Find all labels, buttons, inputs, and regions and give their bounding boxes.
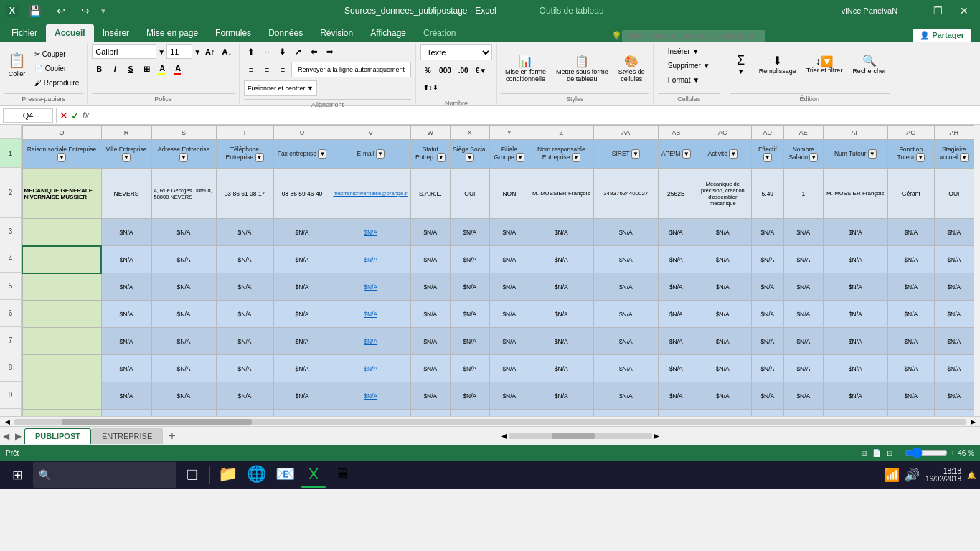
- tab-formules[interactable]: Formules: [207, 24, 260, 42]
- font-color-btn[interactable]: A: [171, 62, 185, 76]
- cell-ag-4[interactable]: $N/A: [887, 246, 934, 273]
- cell-ah-3[interactable]: $N/A: [934, 219, 974, 246]
- cell-u-4[interactable]: $N/A: [273, 246, 331, 273]
- filter-siret-btn[interactable]: ▼: [631, 149, 640, 159]
- align-right-btn[interactable]: ≡: [275, 62, 290, 77]
- cell-ag-3[interactable]: $N/A: [887, 219, 934, 246]
- cell-v-4[interactable]: $N/A: [331, 246, 410, 273]
- wrap-text-btn[interactable]: Renvoyer à la ligne automatiquement: [291, 62, 411, 77]
- undo-btn[interactable]: ↩: [51, 4, 71, 18]
- copier-btn[interactable]: 📄 Copier: [31, 62, 83, 75]
- percent-btn[interactable]: %: [420, 63, 435, 77]
- zoom-slider[interactable]: [905, 447, 948, 458]
- restore-btn[interactable]: ❐: [928, 4, 948, 18]
- add-sheet-btn[interactable]: +: [163, 430, 181, 443]
- tab-inserer[interactable]: Insérer: [94, 24, 138, 42]
- font-name-input[interactable]: [92, 44, 156, 59]
- scroll-track-h[interactable]: [14, 419, 966, 425]
- cell-styles-btn[interactable]: 🎨 Styles de cellules: [615, 49, 649, 88]
- decimal-btn[interactable]: .00: [456, 63, 471, 77]
- format-more-btn[interactable]: ⬆↕⬇: [420, 80, 441, 95]
- reproduire-btn[interactable]: 🖌 Reproduire: [31, 76, 83, 89]
- cell-t-3[interactable]: $N/A: [216, 219, 273, 246]
- insert-btn[interactable]: Insérer ▼: [664, 44, 703, 57]
- cell-activite-1[interactable]: Mécanique de précision, création d'assem…: [694, 169, 751, 219]
- search-taskbar-btn[interactable]: 🔍: [33, 462, 176, 488]
- cell-filiale-1[interactable]: NON: [489, 169, 529, 219]
- table-format-btn[interactable]: 📋 Mettre sous forme de tableau: [552, 49, 612, 88]
- cell-adresse-1[interactable]: 4, Rue Georges Dufaud, 58000 NEVERS: [151, 169, 216, 219]
- cell-effectif-1[interactable]: 5.49: [751, 169, 783, 219]
- insert-function-icon[interactable]: fx: [83, 110, 89, 121]
- cell-resp-1[interactable]: M. MUSSIER François: [529, 169, 593, 219]
- cell-ae-3[interactable]: $N/A: [783, 219, 823, 246]
- cell-statut-1[interactable]: S.A.R.L.: [410, 169, 450, 219]
- excel-taskbar-btn[interactable]: X: [301, 462, 326, 488]
- align-center-btn[interactable]: ≡: [260, 62, 274, 77]
- border-btn[interactable]: ⊞: [139, 62, 154, 76]
- filter-ville-btn[interactable]: ▼: [122, 153, 131, 162]
- tab-fichier[interactable]: Fichier: [3, 24, 46, 42]
- sheet-tab-publipost[interactable]: PUBLIPOST: [24, 428, 91, 444]
- scroll-thumb-bottom[interactable]: [552, 433, 595, 439]
- cell-ville-1[interactable]: NEVERS: [101, 169, 151, 219]
- start-button[interactable]: ⊞: [4, 462, 30, 488]
- italic-btn[interactable]: I: [108, 62, 122, 76]
- sheet-tab-entreprise[interactable]: ENTREPRISE: [91, 428, 163, 444]
- fill-color-btn[interactable]: A: [155, 62, 169, 76]
- filter-tuteur-btn[interactable]: ▼: [868, 149, 877, 159]
- cell-t-4[interactable]: $N/A: [216, 246, 273, 273]
- tab-revision[interactable]: Révision: [311, 24, 362, 42]
- ribbon-search[interactable]: [622, 30, 765, 42]
- redo-btn[interactable]: ↪: [75, 4, 95, 18]
- close-btn[interactable]: ✕: [954, 4, 974, 18]
- cell-r-3[interactable]: $N/A: [101, 219, 151, 246]
- cell-reference-box[interactable]: Q4: [3, 108, 53, 123]
- filter-statut-btn[interactable]: ▼: [437, 153, 446, 162]
- filter-effectif-btn[interactable]: ▼: [763, 153, 772, 162]
- filter-activite-btn[interactable]: ▼: [729, 149, 738, 159]
- filter-filiale-btn[interactable]: ▼: [516, 153, 524, 162]
- bold-btn[interactable]: B: [92, 62, 106, 76]
- cell-q-10[interactable]: [22, 410, 101, 417]
- filter-fonction-btn[interactable]: ▼: [916, 153, 925, 162]
- table-wrapper[interactable]: Q R S T U V W X Y Z AA AB AC AD: [22, 125, 980, 416]
- other-taskbar-btn[interactable]: 🖥: [329, 462, 355, 488]
- cell-ac-3[interactable]: $N/A: [694, 219, 751, 246]
- cell-siret-1[interactable]: 34837624400027: [593, 169, 658, 219]
- zoom-out-btn[interactable]: −: [898, 449, 903, 457]
- tab-accueil[interactable]: Accueil: [46, 24, 94, 42]
- cell-s-4[interactable]: $N/A: [151, 246, 216, 273]
- orientation-btn[interactable]: ↗: [291, 44, 306, 59]
- align-top-btn[interactable]: ⬆: [244, 44, 258, 59]
- task-view-taskbar-btn[interactable]: ❑: [179, 462, 205, 488]
- sheet-nav-left[interactable]: ◀: [0, 431, 12, 441]
- cell-ape-1[interactable]: 2562B: [658, 169, 694, 219]
- cell-q-4[interactable]: [22, 246, 101, 273]
- sort-filter-btn[interactable]: ↕🔽 Trier et filtrer: [803, 44, 847, 84]
- filter-raison-btn[interactable]: ▼: [57, 153, 66, 162]
- cell-fax-1[interactable]: 03 86 59 46 40: [273, 169, 331, 219]
- font-size-input[interactable]: [166, 44, 192, 59]
- share-button[interactable]: 👤 Partager: [913, 29, 971, 42]
- filter-siege-btn[interactable]: ▼: [466, 153, 474, 162]
- cell-siege-1[interactable]: OUI: [450, 169, 489, 219]
- cell-aa-3[interactable]: $N/A: [593, 219, 658, 246]
- view-page-btn[interactable]: 📄: [872, 449, 881, 457]
- align-middle-btn[interactable]: ↔: [260, 44, 274, 59]
- filter-salario-btn[interactable]: ▼: [809, 153, 818, 162]
- number-format-select[interactable]: Texte Nombre Monétaire: [420, 44, 492, 60]
- cell-ad-3[interactable]: $N/A: [751, 219, 783, 246]
- find-btn[interactable]: 🔍 Rechercher: [849, 44, 890, 84]
- cell-q-5[interactable]: [22, 273, 101, 301]
- tab-affichage[interactable]: Affichage: [362, 24, 415, 42]
- save-title-btn[interactable]: 💾: [23, 4, 47, 18]
- cell-ac-4[interactable]: $N/A: [694, 246, 751, 273]
- filter-tel-btn[interactable]: ▼: [255, 153, 264, 162]
- cell-ad-4[interactable]: $N/A: [751, 246, 783, 273]
- merge-center-btn[interactable]: Fusionner et centrer ▼: [244, 80, 317, 96]
- cell-ab-3[interactable]: $N/A: [658, 219, 694, 246]
- cell-fonction-1[interactable]: Gérant: [887, 169, 934, 219]
- indent-increase-btn[interactable]: ➡: [323, 44, 337, 59]
- filter-email-btn[interactable]: ▼: [376, 149, 385, 159]
